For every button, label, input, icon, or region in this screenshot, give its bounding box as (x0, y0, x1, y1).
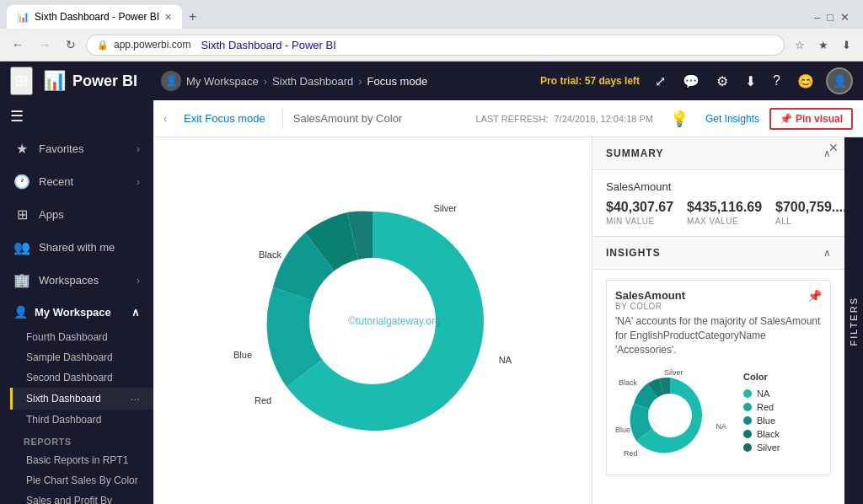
browser-actions: ☆ ★ ⬇ (790, 35, 856, 55)
expand-button[interactable]: ⤢ (650, 68, 671, 94)
hamburger-button[interactable]: ☰ (0, 100, 153, 132)
label-na: NA (499, 355, 512, 365)
my-workspace-label: My Workspace (35, 306, 111, 319)
report-basic[interactable]: Basic Reports in RPT1 (10, 450, 153, 470)
help-button[interactable]: ? (768, 68, 785, 94)
legend-dot-silver (743, 443, 752, 452)
sidebar: ☰ ★ Favorites › 🕐 Recent › ⊞ Apps (0, 100, 153, 504)
chart-title-subtitle: by Color (362, 112, 402, 125)
my-workspace-header[interactable]: 👤 My Workspace ∧ (0, 297, 153, 327)
pin-visual-button[interactable]: 📌 Pin visual (769, 108, 853, 130)
legend-item-red: Red (743, 402, 780, 412)
favorites-chevron: › (137, 143, 140, 155)
legend-label-blue: Blue (757, 416, 775, 426)
dashboard-item-second[interactable]: Second Dashboard (10, 367, 153, 388)
insights-section: INSIGHTS ∧ SalesAmount BY COLOR (592, 237, 844, 504)
insights-collapse-chevron[interactable]: ∧ (823, 247, 831, 259)
insight-card: SalesAmount BY COLOR 📌 'NA' accounts for… (606, 280, 831, 475)
new-tab-button[interactable]: + (182, 6, 203, 28)
back-button[interactable]: ← (7, 35, 29, 55)
insight-field-name: SalesAmount (615, 289, 685, 302)
waffle-menu-button[interactable]: ⊞ (10, 67, 33, 95)
legend-label-silver: Silver (757, 442, 780, 453)
breadcrumb-dashboard[interactable]: Sixth Dashboard (272, 75, 353, 88)
dashboard-item-third[interactable]: Third Dashboard (10, 410, 153, 430)
minimize-button[interactable]: – (814, 11, 820, 24)
summary-max-label: MAX VALUE (687, 217, 762, 226)
workspace-items: Fourth Dashboard Sample Dashboard Second… (0, 327, 153, 504)
star-button[interactable]: ★ (813, 35, 834, 55)
emoji-button[interactable]: 😊 (792, 68, 819, 94)
legend-label-black: Black (757, 429, 780, 439)
download-header-button[interactable]: ⬇ (740, 68, 761, 94)
dashboard-item-sample[interactable]: Sample Dashboard (10, 347, 153, 367)
tab-bar: 📊 Sixth Dashboard - Power BI ✕ + – □ ✕ (0, 0, 863, 29)
summary-min-value: $40,307.67 (606, 200, 673, 215)
workspaces-chevron: › (137, 275, 140, 287)
avatar[interactable]: 👤 (826, 67, 853, 94)
get-insights-button[interactable]: Get Insights (705, 113, 759, 125)
sixth-dashboard-label: Sixth Dashboard (26, 393, 101, 405)
report-pie-chart[interactable]: Pie Chart Sales By Color (10, 470, 153, 491)
browser-chrome: 📊 Sixth Dashboard - Power BI ✕ + – □ ✕ ←… (0, 0, 863, 62)
secure-icon: 🔒 (97, 40, 109, 51)
legend-title: Color (743, 372, 780, 382)
sixth-dashboard-dots[interactable]: ··· (130, 392, 140, 405)
label-blue: Blue (233, 350, 252, 360)
sidebar-item-recent[interactable]: 🕐 Recent › (0, 165, 153, 198)
shared-icon: 👥 (13, 239, 30, 255)
apps-icon: ⊞ (13, 206, 30, 223)
recent-chevron: › (137, 176, 140, 188)
chart-area: Silver Black Blue Red NA ©tutorialgatewa… (153, 137, 592, 504)
sidebar-item-workspaces[interactable]: 🏢 Workspaces › (0, 264, 153, 297)
app-container: ⊞ 📊 Power BI 👤 My Workspace › Sixth Dash… (0, 62, 863, 504)
breadcrumb: 👤 My Workspace › Sixth Dashboard › Focus… (161, 71, 427, 91)
hamburger-icon: ☰ (10, 108, 24, 125)
dashboard-item-sixth[interactable]: Sixth Dashboard ··· (10, 388, 153, 410)
insight-field-area: SalesAmount BY COLOR (615, 289, 685, 311)
mini-label-blue: Blue (615, 426, 630, 434)
comment-button[interactable]: 💬 (678, 68, 705, 94)
exit-focus-button[interactable]: Exit Focus mode (177, 109, 272, 128)
mini-chart-area: Silver Black Blue Red NA Color (615, 365, 822, 466)
legend-label-red: Red (757, 402, 774, 412)
summary-values: $40,307.67 MIN VALUE $435,116.69 MAX VAL… (606, 200, 831, 226)
svg-point-0 (648, 394, 692, 437)
forward-button[interactable]: → (34, 35, 56, 55)
legend-item-blue: Blue (743, 416, 780, 426)
sidebar-item-favorites[interactable]: ★ Favorites › (0, 132, 153, 165)
insight-by-label: BY COLOR (615, 302, 685, 311)
breadcrumb-workspace[interactable]: My Workspace (186, 75, 259, 88)
main-content: ☰ ★ Favorites › 🕐 Recent › ⊞ Apps (0, 100, 863, 504)
sidebar-item-shared[interactable]: 👥 Shared with me (0, 231, 153, 264)
chart-title: SalesAmount by Color (293, 112, 402, 125)
url-bar[interactable]: 🔒 app.powerbi.com Sixth Dashboard - Powe… (86, 35, 785, 56)
summary-all-value: $700,759.... (775, 200, 844, 215)
back-arrow-icon: ‹ (163, 113, 167, 125)
panel-close-button[interactable]: ✕ (822, 137, 844, 158)
breadcrumb-user-icon: 👤 (161, 71, 181, 91)
report-sales-profit[interactable]: Sales and Profit By Region (10, 491, 153, 504)
recent-icon: 🕐 (13, 174, 30, 190)
settings-button[interactable]: ⚙ (711, 68, 733, 94)
bookmark-button[interactable]: ☆ (790, 35, 810, 55)
dashboard-item-fourth[interactable]: Fourth Dashboard (10, 327, 153, 347)
summary-min: $40,307.67 MIN VALUE (606, 200, 673, 226)
insight-pin-button[interactable]: 📌 (807, 289, 822, 303)
refresh-button[interactable]: ↻ (61, 35, 81, 55)
tab-close-button[interactable]: ✕ (164, 12, 172, 23)
chart-title-field: SalesAmount (293, 112, 358, 125)
filters-panel[interactable]: FILTERS (844, 137, 863, 504)
restore-button[interactable]: □ (827, 11, 834, 24)
mini-label-na: NA (716, 422, 726, 431)
download-button[interactable]: ⬇ (837, 35, 856, 55)
mini-label-red: Red (624, 449, 638, 458)
breadcrumb-sep2: › (358, 75, 362, 88)
shared-label: Shared with me (39, 241, 115, 254)
toolbar-bulb-icon: 💡 (670, 110, 689, 128)
close-button[interactable]: ✕ (840, 11, 850, 24)
chart-legend: Color NA Red (743, 365, 780, 466)
sidebar-item-apps[interactable]: ⊞ Apps (0, 198, 153, 231)
active-tab[interactable]: 📊 Sixth Dashboard - Power BI ✕ (7, 5, 182, 29)
legend-label-na: NA (757, 389, 769, 399)
